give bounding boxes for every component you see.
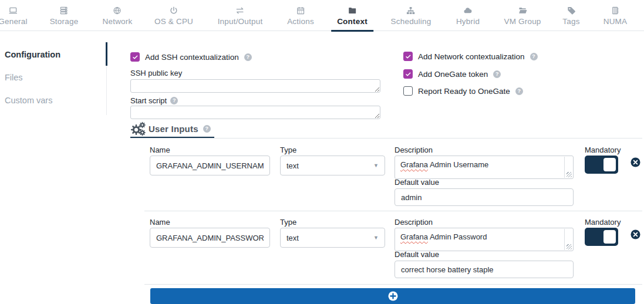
add-ssh-label: Add SSH contextualization	[145, 53, 239, 62]
add-user-input-button[interactable]	[150, 288, 635, 304]
add-ssh-checkbox[interactable]	[130, 52, 140, 62]
tab-network[interactable]: Network	[97, 0, 139, 31]
sitemap-icon	[406, 6, 416, 15]
user-input-type-select[interactable]: text ▼	[280, 156, 385, 175]
tab-input-output[interactable]: Input/Output	[212, 0, 269, 31]
ssh-public-key-textarea[interactable]	[130, 79, 380, 93]
help-icon[interactable]: ?	[515, 87, 523, 95]
report-ready-checkbox[interactable]	[403, 86, 413, 96]
textarea-scroll-divider	[564, 229, 565, 250]
resize-grip-icon[interactable]	[567, 172, 572, 177]
wizard-tab-bar: General Storage Network OS & CPU Input/O…	[0, 0, 644, 31]
help-icon[interactable]: ?	[170, 97, 178, 104]
mandatory-toggle[interactable]	[585, 156, 618, 174]
chevron-down-icon: ▼	[373, 163, 379, 168]
default-value-field[interactable]	[395, 261, 574, 278]
server-icon	[59, 6, 69, 15]
tab-numa[interactable]: NUMA	[598, 0, 633, 31]
times-circle-icon	[630, 229, 640, 239]
tab-general[interactable]: General	[0, 0, 33, 31]
report-ready-onegate-row: Report Ready to OneGate ?	[403, 86, 523, 96]
chevron-down-icon: ▼	[373, 235, 379, 241]
sidebar-item-custom-vars[interactable]: Custom vars	[5, 96, 52, 105]
add-network-checkbox[interactable]	[403, 52, 413, 61]
type-select-value: text	[286, 234, 299, 242]
gears-icon	[130, 121, 146, 136]
start-script-label: Start script	[130, 96, 167, 105]
name-column-label: Name	[150, 218, 170, 227]
default-value-field[interactable]	[395, 188, 574, 206]
user-input-description-field[interactable]: Grafana Admin Username	[395, 156, 574, 179]
description-text: Admin Username	[428, 160, 488, 169]
tab-vm-group[interactable]: VM Group	[498, 0, 547, 31]
folder-open-icon	[518, 6, 527, 15]
tab-hybrid[interactable]: Hybrid	[450, 0, 485, 31]
power-icon	[169, 6, 178, 15]
start-script-textarea[interactable]	[130, 106, 380, 119]
user-inputs-header: User Inputs ?	[130, 121, 211, 136]
check-icon	[405, 71, 412, 77]
tab-context[interactable]: Context	[331, 0, 373, 31]
user-input-name-field[interactable]	[150, 228, 270, 248]
help-icon[interactable]: ?	[530, 53, 538, 60]
add-onegate-label: Add OneGate token	[418, 70, 488, 79]
help-icon[interactable]: ?	[493, 70, 501, 78]
mandatory-column-label: Mandatory	[585, 218, 621, 227]
sidebar-active-indicator	[106, 42, 107, 66]
delete-row-button[interactable]	[630, 229, 640, 239]
tab-label: Context	[337, 17, 367, 26]
add-network-contextualization-row: Add Network contextualization ?	[403, 51, 538, 62]
cloud-icon	[463, 6, 473, 15]
user-input-name-field[interactable]	[150, 156, 270, 175]
exchange-icon	[235, 6, 245, 15]
type-column-label: Type	[280, 146, 296, 154]
add-ssh-contextualization-row: Add SSH contextualization ?	[130, 52, 252, 62]
help-icon[interactable]: ?	[244, 53, 252, 61]
tab-label: Actions	[287, 17, 314, 26]
tag-icon	[567, 6, 576, 15]
tab-scheduling[interactable]: Scheduling	[385, 0, 437, 31]
section-divider	[130, 138, 642, 139]
user-input-type-select[interactable]: text ▼	[280, 228, 385, 248]
folder-icon	[348, 6, 357, 15]
sidebar-item-configuration[interactable]: Configuration	[5, 50, 60, 59]
description-column-label: Description	[395, 218, 433, 227]
tab-tags[interactable]: Tags	[557, 0, 585, 31]
tab-label: VM Group	[504, 17, 541, 26]
add-network-label: Add Network contextualization	[418, 52, 525, 61]
tab-os-cpu[interactable]: OS & CPU	[149, 0, 199, 31]
start-script-label-row: Start script ?	[130, 95, 178, 106]
misspelled-word: Grafana	[400, 232, 428, 241]
resize-grip-icon[interactable]	[567, 244, 572, 249]
report-ready-label: Report Ready to OneGate	[418, 87, 510, 96]
default-value-label: Default value	[395, 178, 439, 187]
mandatory-column-label: Mandatory	[585, 146, 621, 154]
delete-row-button[interactable]	[630, 157, 640, 167]
sidebar-divider	[106, 66, 107, 115]
context-tab-page: General Storage Network OS & CPU Input/O…	[0, 0, 644, 304]
times-circle-icon	[630, 157, 640, 167]
description-column-label: Description	[395, 146, 433, 154]
check-icon	[405, 53, 412, 60]
tab-label: Network	[103, 17, 133, 26]
sidebar-item-files[interactable]: Files	[5, 73, 23, 82]
tab-label: Hybrid	[456, 17, 480, 26]
user-input-description-field[interactable]: Grafana Admin Password	[395, 228, 574, 251]
row-divider	[144, 211, 642, 211]
plus-circle-icon	[388, 291, 398, 301]
tab-label: Tags	[562, 17, 579, 26]
tab-label: NUMA	[603, 17, 628, 26]
type-select-value: text	[286, 161, 299, 170]
name-column-label: Name	[150, 146, 170, 154]
tab-actions[interactable]: Actions	[281, 0, 320, 31]
textarea-scroll-divider	[564, 157, 565, 178]
tab-label: Storage	[50, 17, 79, 26]
add-onegate-checkbox[interactable]	[403, 69, 413, 79]
chip-icon	[611, 6, 620, 15]
globe-icon	[113, 6, 122, 15]
tab-label: Scheduling	[391, 17, 431, 26]
user-inputs-title: User Inputs	[149, 124, 198, 134]
help-icon[interactable]: ?	[203, 125, 211, 133]
tab-storage[interactable]: Storage	[44, 0, 85, 31]
mandatory-toggle[interactable]	[585, 228, 618, 246]
